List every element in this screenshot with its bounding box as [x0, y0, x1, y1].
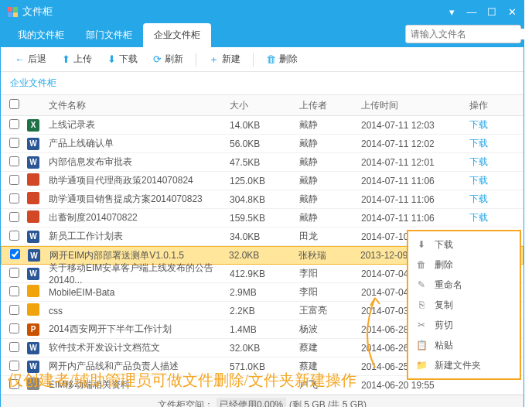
file-size: 56.0KB — [230, 139, 299, 149]
row-checkbox[interactable] — [9, 138, 19, 148]
footer-used: 已经使用0.00% — [217, 398, 286, 407]
file-name: 网开EIM内部部署送测单V1.0.1.5 — [46, 249, 229, 262]
separator — [253, 53, 254, 67]
download-link[interactable]: 下载 — [469, 175, 488, 186]
separator — [196, 53, 196, 67]
search-box: 🔍 — [405, 25, 521, 43]
col-uploader[interactable]: 上传者 — [299, 99, 361, 112]
row-checkbox[interactable] — [9, 305, 19, 315]
upload-button[interactable]: ⬆上传 — [56, 50, 98, 68]
new-button[interactable]: ＋新建 — [203, 50, 247, 69]
breadcrumb[interactable]: 企业文件柜 — [1, 72, 523, 94]
menu-label: 新建文件夹 — [435, 359, 481, 372]
menu-label: 复制 — [435, 299, 453, 312]
table-row[interactable]: 助学通项目代理商政策2014070824125.0KB戴静2014-07-11 … — [1, 172, 523, 190]
row-checkbox[interactable] — [10, 249, 20, 259]
file-name: 出蓄制度2014070822 — [46, 211, 230, 224]
download-icon: ⬇ — [107, 53, 116, 65]
menu-label: 删除 — [435, 258, 453, 272]
tab-2[interactable]: 企业文件柜 — [143, 23, 211, 47]
file-uploader: 王富亮 — [299, 304, 361, 317]
row-checkbox[interactable] — [9, 119, 19, 129]
file-uploader: 田龙 — [299, 230, 361, 243]
download-link[interactable]: 下载 — [469, 193, 488, 204]
row-checkbox[interactable] — [9, 156, 19, 166]
file-uploader: 戴静 — [299, 156, 361, 169]
close-button[interactable]: ✕ — [506, 6, 517, 18]
table-row[interactable]: W产品上线确认单56.0KB戴静2014-07-11 12:02下载 — [1, 135, 523, 153]
minimize-button[interactable]: — — [466, 6, 477, 18]
file-uploader: 杨波 — [299, 323, 361, 336]
row-checkbox[interactable] — [9, 212, 19, 222]
menu-item[interactable]: 📁新建文件夹 — [408, 355, 520, 375]
menu-icon: ✂ — [416, 320, 427, 330]
file-name: 软件技术开发设计文档范文 — [46, 341, 230, 354]
file-uploader: 戴静 — [299, 137, 361, 150]
file-time: 2014-07-11 12:03 — [361, 120, 469, 131]
file-size: 304.8KB — [230, 194, 299, 205]
download-link[interactable]: 下载 — [469, 138, 488, 149]
row-checkbox[interactable] — [9, 268, 19, 278]
select-all-checkbox[interactable] — [9, 99, 19, 109]
col-name[interactable]: 文件名称 — [46, 99, 230, 112]
menu-label: 下载 — [435, 238, 453, 251]
table-row[interactable]: 出蓄制度2014070822159.5KB戴静2014-07-11 11:06下… — [1, 209, 523, 227]
back-button[interactable]: ←后退 — [9, 50, 53, 68]
menu-item[interactable]: ⎘复制 — [408, 295, 520, 315]
file-icon: W — [27, 231, 39, 243]
dropdown-button[interactable]: ▾ — [446, 6, 457, 18]
tab-0[interactable]: 我的文件柜 — [7, 23, 75, 47]
col-time[interactable]: 上传时间 — [361, 99, 469, 112]
maximize-button[interactable]: ☐ — [486, 6, 497, 18]
menu-item[interactable]: ✎重命名 — [408, 275, 520, 295]
download-link[interactable]: 下载 — [469, 156, 488, 167]
download-button[interactable]: ⬇下载 — [101, 50, 144, 68]
row-checkbox[interactable] — [9, 323, 19, 333]
file-name: 关于移动EIM安卓客户端上线发布的公告20140... — [46, 262, 230, 286]
menu-icon: ⬇ — [416, 239, 427, 250]
plus-icon: ＋ — [209, 53, 219, 67]
row-checkbox[interactable] — [9, 231, 19, 241]
row-checkbox[interactable] — [9, 361, 19, 371]
download-link[interactable]: 下载 — [469, 212, 488, 223]
menu-icon: ⎘ — [416, 299, 427, 310]
file-icon: W — [27, 268, 39, 280]
annotation-text: 仅创建者/辅助管理员可做文件删除/文件夹新建操作 — [8, 370, 356, 391]
menu-icon: 🗑 — [416, 259, 427, 270]
table-row[interactable]: W内部信息发布审批表47.5KB戴静2014-07-11 12:01下载 — [1, 153, 523, 172]
file-time: 2014-07-11 11:06 — [361, 194, 469, 205]
col-size[interactable]: 大小 — [230, 99, 299, 112]
menu-item[interactable]: ⬇下载 — [408, 234, 520, 255]
table-row[interactable]: X上线记录表14.0KB戴静2014-07-11 12:03下载 — [1, 116, 523, 135]
file-icon: P — [27, 323, 39, 336]
window-title: 文件柜 — [22, 5, 446, 19]
download-link[interactable]: 下载 — [469, 119, 488, 130]
file-size: 14.0KB — [230, 120, 299, 131]
row-checkbox[interactable] — [9, 286, 19, 296]
window-controls: ▾ — ☐ ✕ — [446, 6, 517, 18]
file-icon — [27, 192, 39, 204]
row-checkbox[interactable] — [9, 193, 19, 204]
table-row[interactable]: 助学通项目销售提成方案2014070823304.8KB戴静2014-07-11… — [1, 190, 523, 209]
file-name: MobileEIM-Bata — [46, 287, 230, 298]
menu-item[interactable]: 📋粘贴 — [408, 335, 520, 355]
file-uploader: 李阳 — [299, 267, 361, 280]
search-input[interactable] — [406, 29, 531, 39]
file-icon — [27, 173, 39, 186]
footer-remain: (剩 5 GB /共 5 GB) — [289, 398, 367, 407]
delete-button[interactable]: 🗑删除 — [260, 50, 304, 68]
file-size: 159.5KB — [230, 213, 299, 224]
menu-item[interactable]: 🗑删除 — [408, 255, 520, 275]
file-time: 2014-07-11 11:06 — [361, 176, 469, 186]
menu-item[interactable]: ✂剪切 — [408, 315, 520, 335]
tab-1[interactable]: 部门文件柜 — [75, 23, 143, 47]
file-icon: X — [27, 119, 39, 132]
row-checkbox[interactable] — [9, 175, 19, 185]
file-name: 2014西安网开下半年工作计划 — [46, 323, 230, 336]
file-uploader: 戴静 — [299, 193, 361, 206]
menu-icon: 📋 — [416, 340, 427, 351]
file-icon — [27, 285, 39, 297]
refresh-button[interactable]: ⟳刷新 — [147, 50, 189, 68]
file-time: 2014-07-11 11:06 — [361, 213, 469, 224]
row-checkbox[interactable] — [9, 342, 19, 352]
